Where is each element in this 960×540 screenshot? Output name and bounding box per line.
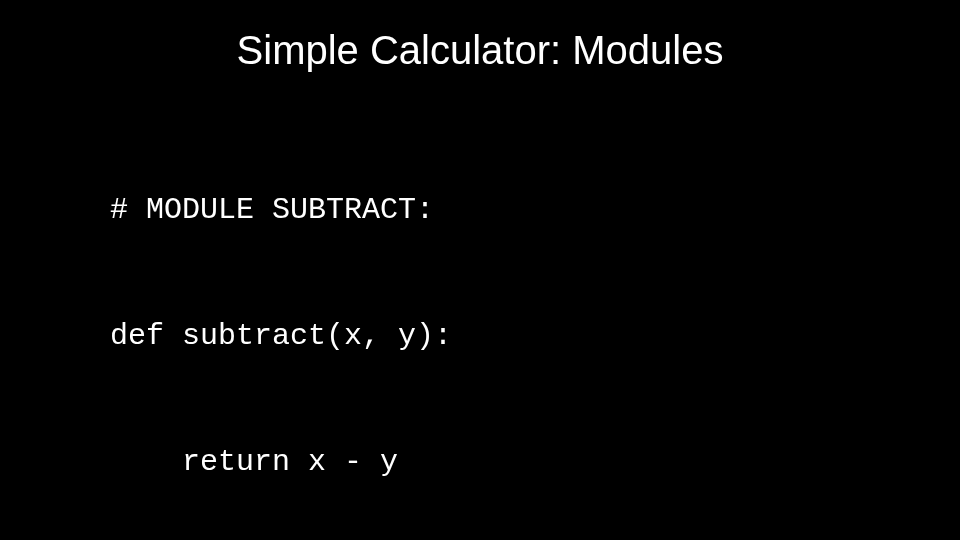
code-line: # MODULE SUBTRACT:: [110, 189, 960, 231]
code-line: def subtract(x, y):: [110, 315, 960, 357]
code-line: return x - y: [110, 441, 960, 483]
slide-title: Simple Calculator: Modules: [0, 28, 960, 73]
code-block: # MODULE SUBTRACT: def subtract(x, y): r…: [0, 105, 960, 540]
slide-container: Simple Calculator: Modules # MODULE SUBT…: [0, 0, 960, 540]
